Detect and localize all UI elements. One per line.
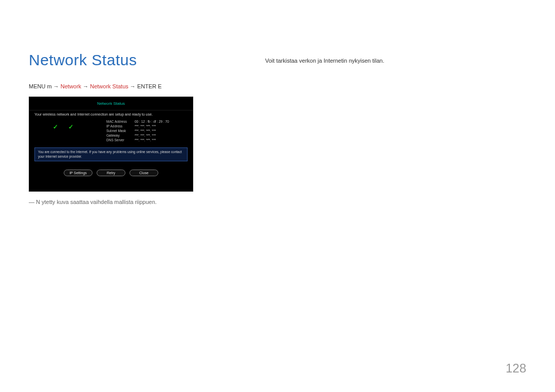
info-value: ***. ***. ***. *** [135, 133, 188, 138]
info-label: DNS Server [106, 138, 135, 142]
check-icon: ✓ [53, 123, 58, 130]
panel-check-area: ✓ ✓ [34, 119, 106, 142]
panel-message-box: You are connected to the Internet. If yo… [34, 147, 188, 161]
page-title: Network Status [29, 51, 234, 69]
menu-path-network-status: Network Status [90, 83, 128, 89]
menu-suffix: → ENTER E [128, 83, 162, 89]
page-number: 128 [506, 361, 526, 376]
menu-path: MENU m → Network → Network Status → ENTE… [29, 83, 234, 89]
menu-arrow-1: → [81, 83, 90, 89]
panel-button-row: IP Settings Retry Close [29, 170, 193, 181]
left-column: Network Status MENU m → Network → Networ… [29, 51, 234, 205]
info-row-mac: MAC Address 00 : 12 : fb : df : 29 : 70 [106, 119, 188, 124]
panel-title: Network Status [29, 101, 193, 106]
info-value: ***. ***. ***. *** [135, 128, 188, 133]
info-row-ip: IP Address ***. ***. ***. *** [106, 124, 188, 128]
info-label: MAC Address [106, 119, 135, 124]
tv-screenshot-panel: Network Status Your wireless network and… [29, 97, 193, 192]
ip-settings-button[interactable]: IP Settings [64, 170, 92, 176]
check-icon: ✓ [68, 123, 73, 130]
page-content: Network Status MENU m → Network → Networ… [0, 0, 555, 205]
info-row-dns: DNS Server ***. ***. ***. *** [106, 138, 188, 142]
panel-status-message: Your wireless network and Internet conne… [29, 110, 193, 119]
info-row-gateway: Gateway ***. ***. ***. *** [106, 133, 188, 138]
info-value: ***. ***. ***. *** [135, 124, 188, 128]
info-row-subnet: Subnet Mask ***. ***. ***. *** [106, 128, 188, 133]
panel-info-table: MAC Address 00 : 12 : fb : df : 29 : 70 … [106, 119, 188, 142]
disclaimer-dash: ― [29, 199, 34, 205]
image-disclaimer: ― N ytetty kuva saattaa vaihdella mallis… [29, 199, 234, 205]
menu-prefix: MENU m → [29, 83, 61, 89]
info-value: ***. ***. ***. *** [135, 138, 188, 142]
description-text: Voit tarkistaa verkon ja Internetin nyky… [265, 58, 526, 64]
info-label: Gateway [106, 133, 135, 138]
info-label: IP Address [106, 124, 135, 128]
panel-info-section: ✓ ✓ MAC Address 00 : 12 : fb : df : 29 :… [29, 119, 193, 147]
menu-path-network: Network [61, 83, 81, 89]
right-column: Voit tarkistaa verkon ja Internetin nyky… [265, 51, 526, 205]
disclaimer-text: N ytetty kuva saattaa vaihdella mallista… [36, 199, 157, 205]
retry-button[interactable]: Retry [97, 170, 125, 176]
close-button[interactable]: Close [130, 170, 158, 176]
info-label: Subnet Mask [106, 128, 135, 133]
info-value: 00 : 12 : fb : df : 29 : 70 [135, 119, 188, 124]
